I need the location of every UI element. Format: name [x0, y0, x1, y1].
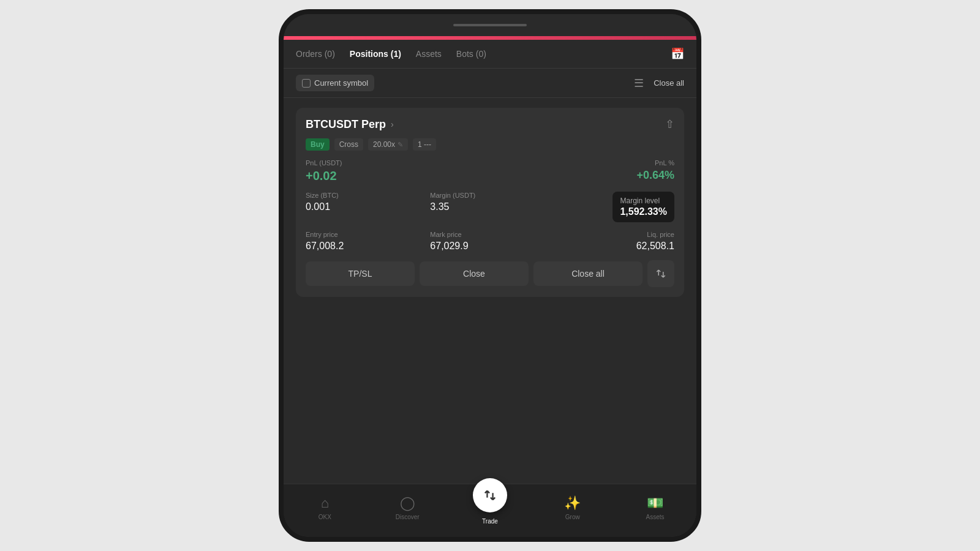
bottom-nav: ⌂ OKX ◯ Discover Trade ✨ Grow 💵 Assets: [284, 484, 696, 537]
tab-orders[interactable]: Orders (0): [296, 49, 335, 59]
nav-okx-label: OKX: [318, 514, 331, 520]
tooltip-value: 1,592.33%: [620, 206, 667, 217]
margin-label: Margin (USDT): [430, 192, 549, 199]
nav-assets-label: Assets: [646, 514, 665, 520]
mark-price-metric: Mark price 67,029.9: [430, 231, 549, 252]
position-header: BTCUSDT Perp › ⇧: [306, 118, 674, 131]
tag-buy: Buy: [306, 138, 330, 151]
size-value: 0.001: [306, 201, 425, 212]
tag-leverage[interactable]: 20.00x ✎: [368, 138, 408, 151]
discover-icon: ◯: [400, 495, 415, 511]
liq-label: Liq. price: [647, 231, 674, 238]
tab-assets[interactable]: Assets: [416, 49, 442, 59]
tag-more: 1 ---: [413, 138, 436, 151]
position-card: BTCUSDT Perp › ⇧ Buy Cross 20.00x ✎ 1 --…: [296, 108, 684, 297]
pnl-label: PnL (USDT): [306, 159, 342, 167]
margin-metric: Margin (USDT) 3.35: [430, 192, 549, 222]
pnl-pct-value: +0.64%: [636, 169, 674, 182]
position-symbol: BTCUSDT Perp: [306, 118, 386, 131]
margin-level-tooltip[interactable]: Margin level 1,592.33%: [555, 192, 674, 222]
trade-button[interactable]: [473, 478, 507, 512]
nav-trade-label: Trade: [482, 518, 498, 525]
entry-label: Entry price: [306, 231, 425, 238]
wallet-icon: 💵: [647, 495, 663, 511]
tooltip-title: Margin level: [620, 197, 667, 205]
size-label: Size (BTC): [306, 192, 425, 199]
nav-discover[interactable]: ◯ Discover: [366, 495, 449, 520]
current-symbol-label: Current symbol: [314, 78, 368, 88]
grow-icon: ✨: [564, 495, 581, 511]
pnl-row: PnL (USDT) +0.02 PnL % +0.64%: [306, 159, 674, 183]
nav-grow[interactable]: ✨ Grow: [531, 495, 614, 520]
close-button[interactable]: Close: [420, 261, 529, 286]
current-symbol-button[interactable]: Current symbol: [296, 75, 374, 91]
mark-value: 67,029.9: [430, 241, 549, 252]
tag-cross: Cross: [334, 138, 363, 151]
pnl-pct-label: PnL %: [655, 159, 674, 167]
calendar-icon[interactable]: 📅: [671, 47, 684, 61]
filter-bar: Current symbol ☰ Close all: [284, 69, 696, 98]
action-buttons: TP/SL Close Close all: [306, 260, 674, 287]
filter-sort-icon[interactable]: ☰: [634, 77, 644, 90]
nav-assets[interactable]: 💵 Assets: [614, 495, 696, 520]
entry-value: 67,008.2: [306, 241, 425, 252]
pnl-value: +0.02: [306, 169, 342, 183]
tab-positions[interactable]: Positions (1): [350, 49, 401, 59]
entry-price-metric: Entry price 67,008.2: [306, 231, 425, 252]
tabs-bar: Orders (0) Positions (1) Assets Bots (0)…: [284, 40, 696, 69]
swap-icon-button[interactable]: [647, 260, 674, 287]
metrics-grid-2: Entry price 67,008.2 Mark price 67,029.9…: [306, 231, 674, 252]
mark-label: Mark price: [430, 231, 549, 238]
size-metric: Size (BTC) 0.001: [306, 192, 425, 222]
tooltip-box: Margin level 1,592.33%: [612, 192, 674, 222]
nav-okx[interactable]: ⌂ OKX: [284, 495, 366, 520]
close-all-position-button[interactable]: Close all: [533, 261, 643, 286]
liq-price-metric: Liq. price 62,508.1: [555, 231, 674, 252]
content-area: BTCUSDT Perp › ⇧ Buy Cross 20.00x ✎ 1 --…: [284, 98, 696, 484]
close-all-button[interactable]: Close all: [654, 78, 684, 88]
nav-discover-label: Discover: [396, 514, 420, 520]
share-icon[interactable]: ⇧: [665, 118, 674, 131]
margin-value: 3.35: [430, 201, 549, 212]
tab-bots[interactable]: Bots (0): [456, 49, 486, 59]
tpsl-button[interactable]: TP/SL: [306, 261, 415, 286]
home-icon: ⌂: [321, 495, 329, 511]
nav-trade-center: Trade: [449, 490, 532, 525]
chevron-right-icon: ›: [391, 119, 394, 129]
checkbox: [302, 79, 311, 88]
liq-value: 62,508.1: [636, 241, 674, 252]
metrics-grid-1: Size (BTC) 0.001 Margin (USDT) 3.35 Marg…: [306, 192, 674, 222]
position-tags: Buy Cross 20.00x ✎ 1 ---: [306, 138, 674, 151]
nav-grow-label: Grow: [565, 514, 580, 520]
